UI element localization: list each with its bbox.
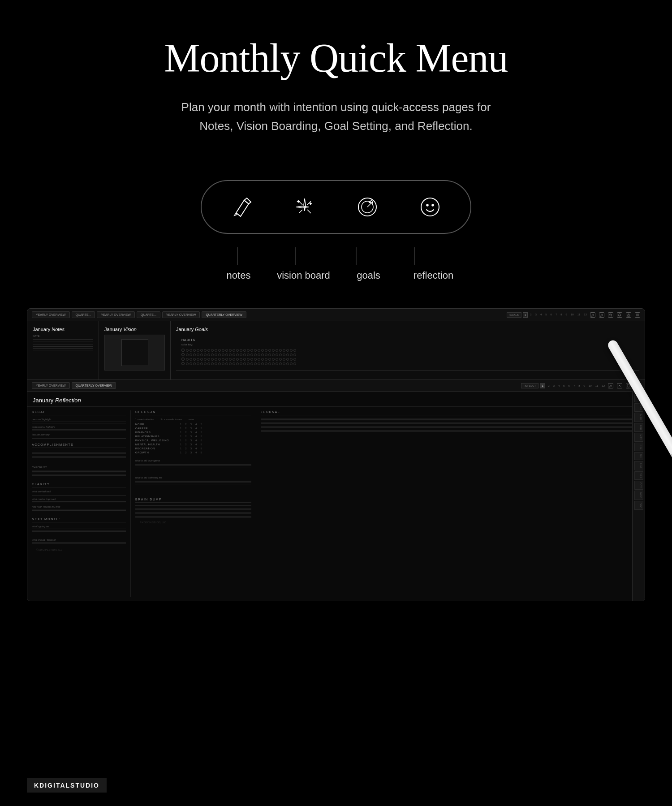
- sidebar-tab-jul[interactable]: JUL: [634, 452, 643, 460]
- reflect-num-7[interactable]: 7: [572, 384, 576, 388]
- goals-num-4[interactable]: 4: [539, 312, 543, 318]
- svg-text:+: +: [297, 199, 300, 204]
- next-month-heading: NEXT MONTH:: [32, 517, 126, 522]
- checkin-recreation-label: RECREATION: [135, 447, 180, 450]
- habit-circles-4: [186, 362, 296, 365]
- sidebar-tab-jun[interactable]: JUN: [634, 443, 643, 451]
- sidebar-tab-nov[interactable]: NOV: [634, 491, 643, 500]
- nav-tab-quarterly-2[interactable]: QUARTE...: [137, 311, 160, 318]
- reflect-num-6[interactable]: 6: [567, 384, 571, 388]
- notes-title-italic: Notes: [52, 327, 65, 332]
- svg-text:+: +: [310, 202, 312, 206]
- nav-icon-star[interactable]: [608, 312, 613, 318]
- notes-header: January Notes: [33, 327, 93, 332]
- goals-num-5[interactable]: 5: [544, 312, 548, 318]
- checkin-mental-nums: 12345: [180, 443, 202, 446]
- reflect-main: RECAP personal highlight professional hi…: [27, 407, 645, 601]
- what-worked-line-2: [32, 495, 126, 496]
- bd-line-3: [135, 508, 251, 509]
- goals-num-9[interactable]: 9: [564, 312, 569, 318]
- reflect-active-num[interactable]: 1: [540, 383, 545, 388]
- reflect-num-2[interactable]: 2: [547, 384, 551, 388]
- reflect-num-4[interactable]: 4: [557, 384, 561, 388]
- checkin-finances: FINANCES 12345: [135, 431, 251, 434]
- nav-icon-menu[interactable]: [635, 312, 640, 318]
- reflect-quarterly-tab[interactable]: QUARTERLY OVERVIEW: [72, 382, 116, 389]
- full-reflection: January Reflection RECAP personal highli…: [27, 392, 645, 601]
- svg-rect-18: [627, 384, 630, 387]
- clarity-heading: CLARITY: [32, 483, 126, 487]
- reflect-icon-x[interactable]: [617, 383, 622, 388]
- reflect-num-8[interactable]: 8: [577, 384, 581, 388]
- sidebar-tab-mar[interactable]: MAR: [634, 413, 643, 422]
- j-line-6: [261, 425, 640, 425]
- reflect-num-5[interactable]: 5: [562, 384, 566, 388]
- journal-heading: JOURNAL: [261, 410, 640, 415]
- col-notes: January Notes DATE:: [27, 321, 99, 379]
- nav-icon-pencil[interactable]: [590, 312, 595, 318]
- nav-tab-yearly-3[interactable]: YEARLY OVERVIEW: [162, 311, 200, 318]
- sip-line-1: [135, 463, 251, 463]
- favorite-memory-line-1: [32, 437, 126, 437]
- nav-icon-share[interactable]: [626, 312, 631, 318]
- screen-wrapper: YEARLY OVERVIEW QUARTE... YEARLY OVERVIE…: [27, 308, 645, 601]
- checkin-growth-label: GROWTH: [135, 451, 180, 454]
- goals-num-2[interactable]: 2: [529, 312, 533, 318]
- sidebar-tab-may[interactable]: MAY: [634, 433, 643, 442]
- checkin-growth-nums: 12345: [180, 451, 202, 454]
- reflection-italic: Reflection: [55, 397, 81, 404]
- habits-area: HABITS color key:: [176, 335, 639, 371]
- checkin-physical-label: PHYSICAL WELLBEING: [135, 439, 180, 442]
- nav-tab-quarterly-overview[interactable]: QUARTERLY OVERVIEW: [202, 311, 246, 318]
- nav-tab-yearly-2[interactable]: YEARLY OVERVIEW: [97, 311, 135, 318]
- sidebar-tab-apr[interactable]: APR: [634, 423, 643, 432]
- goals-num-7[interactable]: 7: [554, 312, 558, 318]
- reflect-num-10[interactable]: 10: [587, 384, 593, 388]
- reflect-num-11[interactable]: 11: [594, 384, 600, 388]
- goals-num-active[interactable]: 1: [523, 312, 528, 318]
- vision-image-placeholder: [121, 339, 148, 366]
- focus-line-2: [32, 543, 126, 544]
- reflect-num-12[interactable]: 12: [600, 384, 606, 388]
- reflect-num-3[interactable]: 3: [552, 384, 556, 388]
- bd-line-2: [135, 507, 251, 507]
- reflect-yearly-tab[interactable]: YEARLY OVERVIEW: [32, 382, 70, 389]
- acc-line-3: [32, 453, 126, 454]
- whats-going-on-label: what's going on: [32, 525, 126, 528]
- footer: KDIGITALSTUDIO: [27, 778, 107, 793]
- nav-tab-yearly-1[interactable]: YEARLY OVERVIEW: [32, 311, 70, 318]
- still-bothering-label: what is still bothering me: [135, 476, 251, 479]
- j-line-9: [261, 429, 640, 429]
- date-label: DATE:: [33, 335, 93, 337]
- wgo-line-1: [32, 529, 126, 529]
- sidebar-tab-oct[interactable]: OCT: [634, 481, 643, 490]
- goals-num-8[interactable]: 8: [559, 312, 563, 318]
- goals-nav: GOALS 1 2 3 4 5 6 7 8 9 10 11 12: [507, 312, 588, 318]
- habits-color-key: color key:: [181, 343, 634, 346]
- still-in-progress-label: what is still in progress: [135, 459, 251, 462]
- sb-line-2: [135, 481, 251, 482]
- goals-num-10[interactable]: 10: [569, 312, 575, 318]
- reflect-num-9[interactable]: 9: [582, 384, 586, 388]
- j-line-8: [261, 427, 640, 428]
- sidebar-tab-sep[interactable]: SEP: [634, 471, 643, 480]
- sip-line-3: [135, 465, 251, 466]
- brand-label: KDIGITALSTUDIO: [27, 778, 107, 793]
- nav-icon-edit[interactable]: [599, 312, 604, 318]
- sip-line-2: [135, 464, 251, 465]
- checkin-home-nums: 1 2 3 4 5: [180, 423, 202, 426]
- bd-line-7: [135, 513, 251, 514]
- reflect-icon-pencil[interactable]: [608, 383, 613, 388]
- credit-left: © KDIGITALSTUDIO, LLC: [32, 546, 126, 553]
- goals-num-12[interactable]: 12: [582, 312, 588, 318]
- goals-num-3[interactable]: 3: [534, 312, 538, 318]
- nav-icon-bell[interactable]: [617, 312, 622, 318]
- goals-num-6[interactable]: 6: [549, 312, 553, 318]
- j-line-7: [261, 426, 640, 427]
- sidebar-tab-dec[interactable]: DEC: [634, 501, 643, 510]
- goals-num-11[interactable]: 11: [576, 312, 582, 318]
- sidebar-tab-aug[interactable]: AUG: [634, 461, 643, 470]
- nav-tab-quarterly-1[interactable]: QUARTE...: [72, 311, 95, 318]
- check-line-1: [32, 470, 126, 470]
- habit-circles-1: [186, 349, 296, 352]
